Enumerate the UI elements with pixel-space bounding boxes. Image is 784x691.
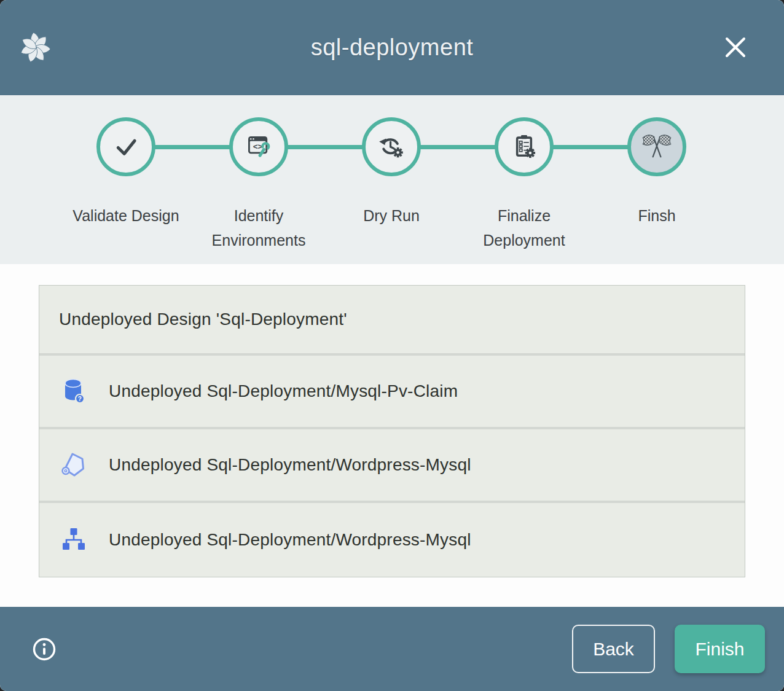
svg-text:<>: <> <box>253 142 263 151</box>
hierarchy-icon <box>59 525 88 555</box>
sql-deployment-dialog: sql-deployment Validate Design <box>0 0 784 691</box>
dialog-body: Undeployed Design 'Sql-Deployment' ? Und… <box>0 264 784 607</box>
dialog-title: sql-deployment <box>0 34 784 61</box>
finish-button[interactable]: Finish <box>675 625 765 673</box>
step-identify-environments[interactable]: <> Identify Environments <box>192 117 325 252</box>
wizard-stepper: Validate Design <> <box>0 95 784 264</box>
status-row-design: Undeployed Design 'Sql-Deployment' <box>39 286 745 356</box>
step-label: Dry Run <box>363 203 420 228</box>
info-icon <box>32 637 57 662</box>
status-text: Undeployed Design 'Sql-Deployment' <box>59 310 347 329</box>
step-dry-run[interactable]: Dry Run <box>325 117 458 252</box>
check-icon <box>105 126 147 168</box>
close-button[interactable] <box>721 33 750 62</box>
step-label: Validate Design <box>73 203 179 228</box>
svg-text:?: ? <box>78 396 82 402</box>
status-text: Undeployed Sql-Deployment/Wordpress-Mysq… <box>109 455 471 475</box>
database-icon: ? <box>59 377 88 406</box>
sync-gear-icon <box>370 126 412 168</box>
code-window-wrench-icon: <> <box>238 126 280 168</box>
dialog-footer: Back Finish <box>0 607 784 691</box>
status-row-pv-claim: ? Undeployed Sql-Deployment/Mysql-Pv-Cla… <box>39 356 745 429</box>
info-button[interactable] <box>32 637 57 662</box>
close-icon <box>721 33 750 62</box>
status-text: Undeployed Sql-Deployment/Mysql-Pv-Claim <box>109 381 458 401</box>
status-row-wordpress-mysql-tree: Undeployed Sql-Deployment/Wordpress-Mysq… <box>39 503 745 577</box>
step-label: Identify Environments <box>192 203 325 252</box>
clipboard-gear-icon <box>503 126 545 168</box>
step-finish[interactable]: Finsh <box>590 117 723 252</box>
app-logo-pinwheel-icon <box>19 31 52 64</box>
status-text: Undeployed Sql-Deployment/Wordpress-Mysq… <box>109 530 471 550</box>
dialog-header: sql-deployment <box>0 0 784 95</box>
pod-pentagon-icon <box>59 450 88 480</box>
step-label: Finalize Deployment <box>458 203 590 252</box>
back-button[interactable]: Back <box>572 625 655 673</box>
step-validate-design[interactable]: Validate Design <box>60 117 192 252</box>
step-label: Finsh <box>638 203 675 228</box>
deployment-status-panel: Undeployed Design 'Sql-Deployment' ? Und… <box>39 285 745 577</box>
step-finalize-deployment[interactable]: Finalize Deployment <box>458 117 590 252</box>
checkered-flags-icon <box>636 126 678 168</box>
status-row-wordpress-mysql-pod: Undeployed Sql-Deployment/Wordpress-Mysq… <box>39 429 745 503</box>
